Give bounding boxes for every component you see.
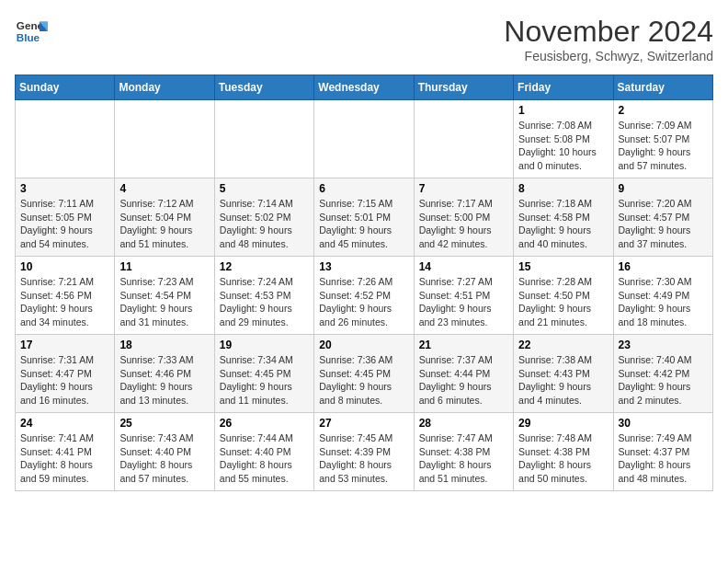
- day-cell: 10Sunrise: 7:21 AM Sunset: 4:56 PM Dayli…: [16, 257, 115, 335]
- day-info: Sunrise: 7:40 AM Sunset: 4:42 PM Dayligh…: [619, 353, 708, 408]
- day-header-sunday: Sunday: [16, 75, 115, 100]
- day-number: 15: [518, 260, 608, 273]
- day-cell: 8Sunrise: 7:18 AM Sunset: 4:58 PM Daylig…: [514, 178, 613, 257]
- day-header-monday: Monday: [115, 75, 214, 100]
- day-number: 12: [220, 260, 309, 273]
- logo-icon: General Blue: [15, 15, 48, 48]
- day-info: Sunrise: 7:23 AM Sunset: 4:54 PM Dayligh…: [119, 275, 209, 329]
- day-header-friday: Friday: [514, 75, 613, 100]
- day-cell: 28Sunrise: 7:47 AM Sunset: 4:38 PM Dayli…: [414, 413, 513, 491]
- day-info: Sunrise: 7:44 AM Sunset: 4:40 PM Dayligh…: [220, 431, 309, 486]
- day-info: Sunrise: 7:20 AM Sunset: 4:57 PM Dayligh…: [619, 197, 708, 251]
- day-cell: 5Sunrise: 7:14 AM Sunset: 5:02 PM Daylig…: [214, 178, 313, 257]
- day-cell: 16Sunrise: 7:30 AM Sunset: 4:49 PM Dayli…: [613, 257, 712, 335]
- day-number: 30: [619, 417, 708, 430]
- day-info: Sunrise: 7:34 AM Sunset: 4:45 PM Dayligh…: [220, 353, 309, 408]
- day-cell: [115, 100, 214, 178]
- calendar-table: SundayMondayTuesdayWednesdayThursdayFrid…: [15, 75, 713, 491]
- location: Feusisberg, Schwyz, Switzerland: [504, 49, 713, 63]
- day-number: 23: [619, 339, 708, 351]
- day-info: Sunrise: 7:36 AM Sunset: 4:45 PM Dayligh…: [319, 353, 408, 408]
- day-info: Sunrise: 7:30 AM Sunset: 4:49 PM Dayligh…: [619, 275, 708, 329]
- day-cell: 2Sunrise: 7:09 AM Sunset: 5:07 PM Daylig…: [613, 100, 712, 178]
- day-cell: 20Sunrise: 7:36 AM Sunset: 4:45 PM Dayli…: [314, 335, 414, 413]
- day-number: 29: [518, 417, 608, 430]
- day-cell: 24Sunrise: 7:41 AM Sunset: 4:41 PM Dayli…: [16, 413, 115, 491]
- week-row-1: 1Sunrise: 7:08 AM Sunset: 5:08 PM Daylig…: [16, 100, 713, 178]
- day-info: Sunrise: 7:28 AM Sunset: 4:50 PM Dayligh…: [518, 275, 608, 329]
- day-number: 25: [119, 417, 209, 430]
- day-cell: 12Sunrise: 7:24 AM Sunset: 4:53 PM Dayli…: [214, 257, 313, 335]
- day-number: 10: [20, 260, 109, 273]
- day-cell: 4Sunrise: 7:12 AM Sunset: 5:04 PM Daylig…: [115, 178, 214, 257]
- day-info: Sunrise: 7:08 AM Sunset: 5:08 PM Dayligh…: [518, 119, 608, 173]
- day-number: 1: [518, 104, 608, 117]
- day-cell: 22Sunrise: 7:38 AM Sunset: 4:43 PM Dayli…: [514, 335, 613, 413]
- day-info: Sunrise: 7:17 AM Sunset: 5:00 PM Dayligh…: [419, 197, 508, 251]
- day-number: 14: [419, 260, 508, 273]
- day-info: Sunrise: 7:26 AM Sunset: 4:52 PM Dayligh…: [319, 275, 408, 329]
- day-cell: 26Sunrise: 7:44 AM Sunset: 4:40 PM Dayli…: [214, 413, 313, 491]
- day-info: Sunrise: 7:33 AM Sunset: 4:46 PM Dayligh…: [119, 353, 209, 408]
- day-cell: [414, 100, 513, 178]
- week-row-2: 3Sunrise: 7:11 AM Sunset: 5:05 PM Daylig…: [16, 178, 713, 257]
- day-cell: [16, 100, 115, 178]
- day-info: Sunrise: 7:31 AM Sunset: 4:47 PM Dayligh…: [20, 353, 109, 408]
- day-cell: 27Sunrise: 7:45 AM Sunset: 4:39 PM Dayli…: [314, 413, 414, 491]
- day-info: Sunrise: 7:15 AM Sunset: 5:01 PM Dayligh…: [319, 197, 408, 251]
- day-number: 26: [220, 417, 309, 430]
- day-number: 17: [20, 339, 109, 351]
- day-info: Sunrise: 7:09 AM Sunset: 5:07 PM Dayligh…: [619, 119, 708, 173]
- day-number: 16: [619, 260, 708, 273]
- day-info: Sunrise: 7:48 AM Sunset: 4:38 PM Dayligh…: [518, 431, 608, 486]
- day-number: 22: [518, 339, 608, 351]
- day-cell: 17Sunrise: 7:31 AM Sunset: 4:47 PM Dayli…: [16, 335, 115, 413]
- day-cell: 23Sunrise: 7:40 AM Sunset: 4:42 PM Dayli…: [613, 335, 712, 413]
- day-cell: 21Sunrise: 7:37 AM Sunset: 4:44 PM Dayli…: [414, 335, 513, 413]
- day-number: 21: [419, 339, 508, 351]
- day-number: 27: [319, 417, 408, 430]
- day-info: Sunrise: 7:47 AM Sunset: 4:38 PM Dayligh…: [419, 431, 508, 486]
- day-number: 6: [319, 182, 408, 195]
- day-cell: 30Sunrise: 7:49 AM Sunset: 4:37 PM Dayli…: [613, 413, 712, 491]
- day-number: 8: [518, 182, 608, 195]
- day-info: Sunrise: 7:12 AM Sunset: 5:04 PM Dayligh…: [119, 197, 209, 251]
- logo: General Blue: [15, 15, 48, 48]
- day-info: Sunrise: 7:38 AM Sunset: 4:43 PM Dayligh…: [518, 353, 608, 408]
- day-cell: 14Sunrise: 7:27 AM Sunset: 4:51 PM Dayli…: [414, 257, 513, 335]
- day-cell: 9Sunrise: 7:20 AM Sunset: 4:57 PM Daylig…: [613, 178, 712, 257]
- month-title: November 2024: [504, 15, 713, 49]
- day-header-saturday: Saturday: [613, 75, 712, 100]
- week-row-4: 17Sunrise: 7:31 AM Sunset: 4:47 PM Dayli…: [16, 335, 713, 413]
- day-number: 9: [619, 182, 708, 195]
- day-info: Sunrise: 7:11 AM Sunset: 5:05 PM Dayligh…: [20, 197, 109, 251]
- day-info: Sunrise: 7:27 AM Sunset: 4:51 PM Dayligh…: [419, 275, 508, 329]
- day-header-tuesday: Tuesday: [214, 75, 313, 100]
- day-cell: 1Sunrise: 7:08 AM Sunset: 5:08 PM Daylig…: [514, 100, 613, 178]
- day-cell: [214, 100, 313, 178]
- day-number: 5: [220, 182, 309, 195]
- week-row-3: 10Sunrise: 7:21 AM Sunset: 4:56 PM Dayli…: [16, 257, 713, 335]
- day-info: Sunrise: 7:37 AM Sunset: 4:44 PM Dayligh…: [419, 353, 508, 408]
- week-row-5: 24Sunrise: 7:41 AM Sunset: 4:41 PM Dayli…: [16, 413, 713, 491]
- day-info: Sunrise: 7:45 AM Sunset: 4:39 PM Dayligh…: [319, 431, 408, 486]
- day-cell: 15Sunrise: 7:28 AM Sunset: 4:50 PM Dayli…: [514, 257, 613, 335]
- day-number: 18: [119, 339, 209, 351]
- day-number: 24: [20, 417, 109, 430]
- day-cell: 7Sunrise: 7:17 AM Sunset: 5:00 PM Daylig…: [414, 178, 513, 257]
- day-number: 20: [319, 339, 408, 351]
- day-number: 3: [20, 182, 109, 195]
- day-header-thursday: Thursday: [414, 75, 513, 100]
- day-cell: 18Sunrise: 7:33 AM Sunset: 4:46 PM Dayli…: [115, 335, 214, 413]
- day-cell: 13Sunrise: 7:26 AM Sunset: 4:52 PM Dayli…: [314, 257, 414, 335]
- day-cell: 29Sunrise: 7:48 AM Sunset: 4:38 PM Dayli…: [514, 413, 613, 491]
- day-number: 19: [220, 339, 309, 351]
- title-block: November 2024 Feusisberg, Schwyz, Switze…: [504, 15, 713, 63]
- day-number: 28: [419, 417, 508, 430]
- page-header: General Blue November 2024 Feusisberg, S…: [15, 15, 713, 63]
- svg-text:Blue: Blue: [17, 31, 40, 43]
- day-cell: [314, 100, 414, 178]
- day-cell: 6Sunrise: 7:15 AM Sunset: 5:01 PM Daylig…: [314, 178, 414, 257]
- day-info: Sunrise: 7:18 AM Sunset: 4:58 PM Dayligh…: [518, 197, 608, 251]
- day-number: 2: [619, 104, 708, 117]
